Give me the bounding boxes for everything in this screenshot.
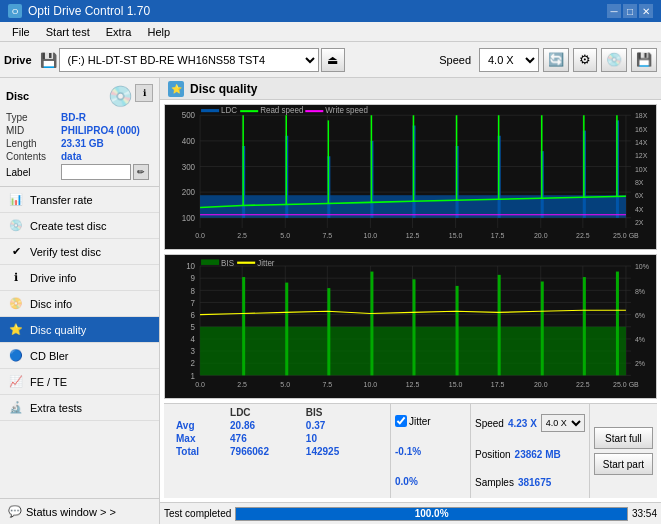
settings-button[interactable]: ⚙	[573, 48, 597, 72]
sidebar-item-disc-quality[interactable]: ⭐ Disc quality	[0, 317, 159, 343]
svg-text:20.0: 20.0	[534, 232, 548, 240]
sidebar-item-verify-test-disc[interactable]: ✔ Verify test disc	[0, 239, 159, 265]
jitter-header-row: Jitter	[395, 415, 466, 427]
svg-text:2.5: 2.5	[237, 380, 247, 389]
create-test-disc-icon: 💿	[8, 218, 24, 234]
menubar: File Start test Extra Help	[0, 22, 661, 42]
speed-stats-label: Speed	[475, 418, 504, 429]
avg-bis: 0.37	[298, 419, 366, 432]
svg-text:7.5: 7.5	[322, 380, 332, 389]
sidebar-item-extra-tests[interactable]: 🔬 Extra tests	[0, 395, 159, 421]
stats-row: LDC BIS Avg 20.86 0.37 Max	[164, 404, 657, 498]
svg-text:0.0: 0.0	[195, 380, 205, 389]
svg-text:Read speed: Read speed	[260, 106, 303, 115]
chart2-container: 10 9 8 7 6 5 4 3 2 1 10% 8% 6% 4% 2%	[164, 254, 657, 400]
svg-text:2X: 2X	[635, 219, 644, 227]
total-bis: 142925	[298, 445, 366, 458]
sidebar-item-create-test-disc[interactable]: 💿 Create test disc	[0, 213, 159, 239]
refresh-button[interactable]: 🔄	[543, 48, 569, 72]
content-area: ⭐ Disc quality	[160, 78, 661, 524]
titlebar-left: O Opti Drive Control 1.70	[8, 4, 150, 18]
disc-mid-row: MID PHILIPRO4 (000)	[6, 125, 153, 136]
disc-mid-key: MID	[6, 125, 61, 136]
sidebar-label-transfer-rate: Transfer rate	[30, 194, 93, 206]
sidebar-item-disc-info[interactable]: 📀 Disc info	[0, 291, 159, 317]
svg-text:Jitter: Jitter	[257, 257, 275, 267]
avg-ldc: 20.86	[222, 419, 298, 432]
verify-test-disc-icon: ✔	[8, 244, 24, 260]
sidebar-item-fe-te[interactable]: 📈 FE / TE	[0, 369, 159, 395]
minimize-button[interactable]: ─	[607, 4, 621, 18]
svg-rect-96	[413, 279, 416, 375]
svg-rect-128	[201, 259, 219, 265]
status-window-button[interactable]: 💬 Status window > >	[0, 498, 159, 524]
svg-text:5.0: 5.0	[280, 380, 290, 389]
disc-label-input[interactable]	[61, 164, 131, 180]
charts-area: 500 400 300 200 100 18X 16X 14X 12X 10X …	[160, 100, 661, 502]
disc-contents-row: Contents data	[6, 151, 153, 162]
position-value: 23862 MB	[515, 449, 561, 460]
svg-text:15.0: 15.0	[449, 380, 463, 389]
eject-button[interactable]: ⏏	[321, 48, 345, 72]
disc-title: Disc	[6, 90, 29, 102]
svg-text:100: 100	[182, 214, 196, 223]
svg-text:9: 9	[191, 273, 196, 283]
svg-text:300: 300	[182, 162, 196, 171]
jitter-checkbox[interactable]	[395, 415, 407, 427]
menu-extra[interactable]: Extra	[98, 24, 140, 40]
total-ldc: 7966062	[222, 445, 298, 458]
disc-type-key: Type	[6, 112, 61, 123]
disc-type-row: Type BD-R	[6, 112, 153, 123]
main-area: Disc 💿 ℹ Type BD-R MID PHILIPRO4 (000) L…	[0, 78, 661, 524]
sidebar-label-cd-bler: CD Bler	[30, 350, 69, 362]
svg-text:10%: 10%	[635, 262, 649, 271]
close-button[interactable]: ✕	[639, 4, 653, 18]
maximize-button[interactable]: □	[623, 4, 637, 18]
status-window-label: Status window > >	[26, 506, 116, 518]
drive-select[interactable]: (F:) HL-DT-ST BD-RE WH16NS58 TST4	[59, 48, 319, 72]
samples-label: Samples	[475, 477, 514, 488]
sidebar-item-transfer-rate[interactable]: 📊 Transfer rate	[0, 187, 159, 213]
svg-rect-0	[165, 105, 656, 249]
content-title: Disc quality	[190, 82, 257, 96]
drive-info-icon: ℹ	[8, 270, 24, 286]
speed-stats-select[interactable]: 4.0 X	[541, 414, 585, 432]
sidebar-item-cd-bler[interactable]: 🔵 CD Bler	[0, 343, 159, 369]
sidebar-item-drive-info[interactable]: ℹ Drive info	[0, 265, 159, 291]
samples-row: Samples 381675	[475, 477, 585, 488]
disc-quality-icon: ⭐	[8, 322, 24, 338]
svg-rect-98	[498, 274, 501, 374]
save-button[interactable]: 💾	[631, 48, 657, 72]
cd-bler-icon: 🔵	[8, 348, 24, 364]
samples-value: 381675	[518, 477, 551, 488]
start-part-button[interactable]: Start part	[594, 453, 653, 475]
app-title: Opti Drive Control 1.70	[28, 4, 150, 18]
svg-text:10.0: 10.0	[364, 232, 378, 240]
max-jitter: 0.0%	[395, 476, 466, 487]
svg-text:22.5: 22.5	[576, 232, 590, 240]
svg-text:16X: 16X	[635, 126, 648, 134]
svg-text:12.5: 12.5	[406, 380, 420, 389]
menu-start-test[interactable]: Start test	[38, 24, 98, 40]
disc-image-icon: 💿	[108, 84, 133, 108]
svg-text:2.5: 2.5	[237, 232, 247, 240]
menu-help[interactable]: Help	[139, 24, 178, 40]
svg-text:15.0: 15.0	[449, 232, 463, 240]
sidebar-label-verify-test-disc: Verify test disc	[30, 246, 101, 258]
start-full-button[interactable]: Start full	[594, 427, 653, 449]
disc-label-button[interactable]: ✏	[133, 164, 149, 180]
sidebar-label-fe-te: FE / TE	[30, 376, 67, 388]
disc-info-icon[interactable]: ℹ	[135, 84, 153, 102]
disc-button[interactable]: 💿	[601, 48, 627, 72]
drive-label: Drive	[4, 54, 32, 66]
disc-contents-key: Contents	[6, 151, 61, 162]
nav-spacer	[0, 421, 159, 498]
total-label: Total	[168, 445, 222, 458]
titlebar-controls: ─ □ ✕	[607, 4, 653, 18]
speed-select[interactable]: 4.0 X	[479, 48, 539, 72]
svg-text:14X: 14X	[635, 139, 648, 147]
sidebar-label-disc-info: Disc info	[30, 298, 72, 310]
svg-rect-94	[327, 288, 330, 375]
svg-rect-100	[583, 277, 586, 375]
menu-file[interactable]: File	[4, 24, 38, 40]
